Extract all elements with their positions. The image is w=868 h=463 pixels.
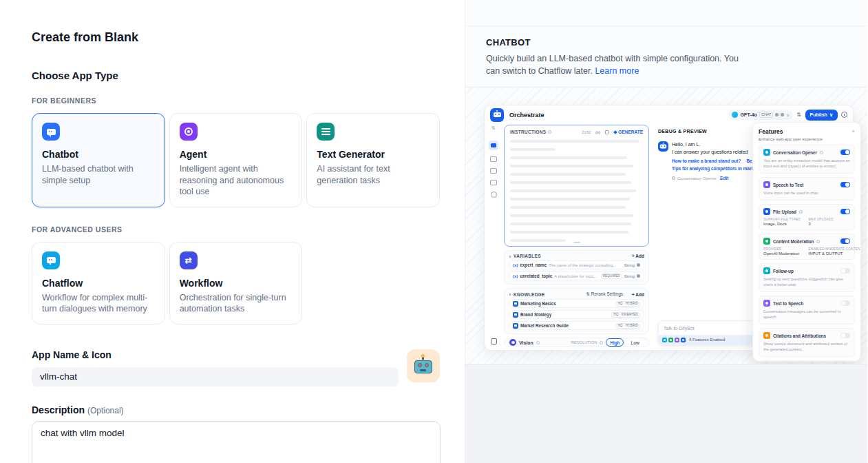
meta-value: INPUT & OUTPUT bbox=[809, 251, 850, 256]
chevron-down-icon[interactable]: ∨ bbox=[509, 292, 511, 296]
feature-item-citations-and-attributions: Citations and AttributionsShow source do… bbox=[759, 328, 855, 357]
app-type-name: Workflow bbox=[180, 278, 293, 289]
app-type-desc: LLM-based chatbot with simple setup bbox=[42, 163, 155, 186]
feature-toggle[interactable] bbox=[840, 238, 850, 244]
top-strip bbox=[465, 0, 867, 26]
feature-desc: Show source document and attributed sect… bbox=[763, 342, 850, 353]
feature-name: Content Moderation bbox=[773, 239, 814, 244]
app-name-input[interactable] bbox=[32, 367, 399, 387]
for-beginners-label: FOR BEGINNERS bbox=[32, 96, 440, 105]
rail-note-icon[interactable] bbox=[490, 180, 497, 185]
knowledge-row[interactable]: Marketing BasicsHQ · HYBRID bbox=[509, 299, 644, 308]
app-type-name: Chatflow bbox=[42, 278, 155, 289]
placeholder-line bbox=[510, 198, 630, 200]
model-selector[interactable]: GPT-4o CHAT ∨ bbox=[728, 110, 793, 120]
feature-meta: SUPPORT FILE TYPESMAX UPLOADSImage, Docs… bbox=[763, 218, 850, 226]
rail-document-icon[interactable] bbox=[490, 168, 497, 174]
generate-button[interactable]: GENERATE bbox=[614, 130, 643, 134]
feature-toggle[interactable] bbox=[840, 268, 850, 274]
description-textarea[interactable]: chat with vllm model bbox=[32, 421, 441, 463]
placeholder-line bbox=[510, 140, 639, 143]
rail-orchestrate-icon[interactable] bbox=[489, 141, 498, 150]
page-title: Create from Blank bbox=[32, 30, 440, 45]
placeholder-line bbox=[510, 189, 636, 192]
info-icon bbox=[799, 210, 803, 214]
knowledge-row[interactable]: Brand StrategyHQ · INVERTED bbox=[509, 310, 644, 319]
add-knowledge-button[interactable]: + Add bbox=[632, 292, 644, 297]
knowledge-badge: HQ · INVERTED bbox=[611, 312, 640, 318]
knowledge-row[interactable]: Market Research GuideHQ · HYBRID bbox=[509, 321, 644, 330]
rail-globe-icon[interactable] bbox=[491, 192, 497, 198]
for-advanced-users-label: FOR ADVANCED USERS bbox=[32, 225, 440, 234]
placeholder-line bbox=[510, 223, 631, 225]
rerank-settings-button[interactable]: ⇅ Rerank Settings bbox=[586, 291, 624, 297]
suggested-question[interactable]: How to make a brand stand out? bbox=[672, 158, 741, 163]
description-label: Description (Optional) bbox=[32, 404, 440, 415]
feature-name: Text to Speech bbox=[773, 301, 803, 306]
chat-input-box: Talk to DifyBot 4 Features Enabled bbox=[658, 320, 761, 345]
model-lock-icon bbox=[775, 113, 779, 116]
beginner-app-type-cards: ChatbotLLM-based chatbot with simple set… bbox=[32, 113, 440, 207]
feature-toggle[interactable] bbox=[840, 300, 850, 306]
meta-label: SUPPORT FILE TYPES bbox=[763, 218, 809, 221]
app-type-desc: Intelligent agent with reasoning and aut… bbox=[180, 163, 293, 198]
chat-input[interactable]: Talk to DifyBot bbox=[659, 321, 761, 335]
knowledge-badge: HQ · HYBRID bbox=[615, 301, 640, 307]
placeholder-line bbox=[510, 239, 566, 242]
variables-card: ∨ VARIABLES + Add {x}expert_nameThe name… bbox=[504, 250, 649, 285]
app-avatar-icon bbox=[490, 108, 504, 122]
resolution-low-button[interactable]: Low bbox=[626, 338, 644, 347]
app-type-name: Agent bbox=[180, 149, 293, 160]
feature-toggle[interactable] bbox=[840, 150, 850, 155]
variable-name: unrelated_topic bbox=[520, 274, 552, 278]
enabled-feature-icon bbox=[668, 338, 673, 342]
chat-message-line: Hello, I am L. bbox=[672, 141, 758, 149]
app-icon-picker[interactable] bbox=[407, 349, 440, 382]
suggested-question[interactable]: Tips for analyzing competitors in market bbox=[672, 166, 758, 171]
app-type-card-chatbot[interactable]: ChatbotLLM-based chatbot with simple set… bbox=[32, 113, 165, 207]
citations-and-attributions-icon bbox=[763, 332, 770, 339]
variable-icon[interactable]: {x} bbox=[595, 130, 600, 134]
feature-toggle[interactable] bbox=[840, 209, 850, 214]
app-type-card-workflow[interactable]: ⇄WorkflowOrchestration for single-turn a… bbox=[169, 242, 303, 325]
meta-label: MAX UPLOADS bbox=[809, 218, 850, 221]
info-icon bbox=[600, 341, 603, 344]
feature-desc: Conversation messages can be converted t… bbox=[763, 309, 850, 320]
app-type-description: Quickly build an LLM-based chatbot with … bbox=[486, 52, 754, 77]
info-icon bbox=[816, 240, 820, 243]
model-params-icon[interactable]: ⇅ bbox=[796, 112, 801, 118]
conversation-opener-icon bbox=[763, 149, 770, 156]
publish-button[interactable]: Publish ∨ bbox=[805, 110, 838, 121]
chevron-down-icon[interactable]: ∨ bbox=[509, 254, 511, 258]
edit-opener-link[interactable]: Edit bbox=[720, 176, 728, 181]
rail-image-icon[interactable] bbox=[490, 156, 497, 162]
features-subtitle: Enhance web-app user experience bbox=[759, 137, 855, 141]
rail-collapse-icon[interactable] bbox=[491, 338, 497, 344]
history-icon[interactable] bbox=[841, 112, 847, 118]
advanced-app-type-cards: ChatflowWorkflow for complex multi-turn … bbox=[32, 242, 440, 325]
close-icon[interactable]: × bbox=[851, 129, 855, 134]
feature-toggle[interactable] bbox=[840, 182, 850, 187]
app-type-card-chatflow[interactable]: ChatflowWorkflow for complex multi-turn … bbox=[32, 242, 165, 325]
add-variable-button[interactable]: + Add bbox=[632, 254, 644, 258]
learn-more-link[interactable]: Learn more bbox=[595, 66, 639, 76]
chat-message-line: I can answer your questions related bbox=[672, 149, 758, 156]
app-name-section: App Name & Icon bbox=[32, 349, 440, 387]
variable-row[interactable]: {x}unrelated_topicA placeholder for topi… bbox=[509, 271, 644, 280]
variable-settings-icon[interactable] bbox=[637, 274, 640, 278]
variable-icon: {x} bbox=[513, 274, 518, 278]
chevron-down-icon: ∨ bbox=[829, 112, 833, 118]
variable-desc: The name of the strategic consulting... bbox=[549, 263, 622, 267]
copy-icon[interactable] bbox=[605, 130, 608, 134]
feature-toggle[interactable] bbox=[840, 333, 850, 338]
variable-row[interactable]: {x}expert_nameThe name of the strategic … bbox=[509, 260, 644, 269]
knowledge-name: Marketing Basics bbox=[520, 301, 613, 306]
rail-swap-icon[interactable]: ⇅ bbox=[491, 125, 496, 131]
variable-settings-icon[interactable] bbox=[637, 263, 640, 267]
app-type-card-text-generator[interactable]: Text GeneratorAI assistant for text gene… bbox=[306, 113, 440, 207]
features-title: Features bbox=[759, 128, 783, 135]
resolution-high-button[interactable]: High bbox=[606, 338, 624, 347]
knowledge-name: Brand Strategy bbox=[520, 312, 609, 317]
app-type-card-agent[interactable]: AgentIntelligent agent with reasoning an… bbox=[169, 113, 303, 207]
resize-grip-icon[interactable] bbox=[573, 242, 580, 243]
